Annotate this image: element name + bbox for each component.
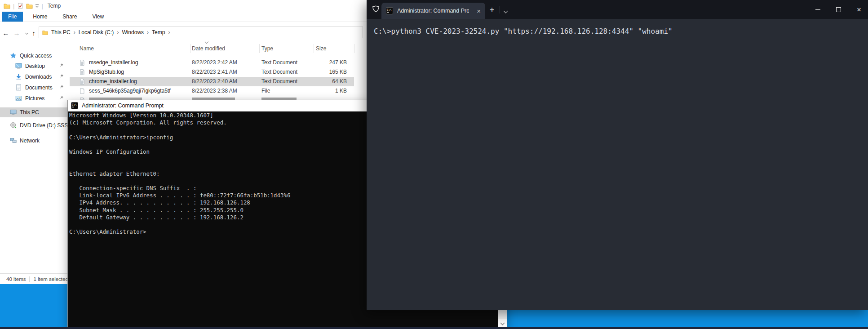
pin-icon[interactable] [59, 95, 64, 100]
dvd-icon [10, 122, 17, 129]
admin-shield-icon [372, 5, 380, 13]
file-date: 8/22/2023 2:40 AM [192, 78, 237, 84]
pin-icon[interactable] [59, 84, 64, 89]
file-type: File [261, 88, 270, 94]
header-divider [354, 44, 354, 53]
table-row[interactable]: MpSigStub.log8/22/2023 2:41 AMText Docum… [70, 67, 354, 77]
breadcrumb-chevron-icon[interactable]: › [117, 29, 119, 36]
cmd-icon: C:\ [386, 7, 393, 14]
properties-icon[interactable] [17, 3, 23, 9]
close-button[interactable]: × [849, 0, 868, 19]
maximize-button[interactable] [828, 0, 849, 19]
minimize-button[interactable] [807, 0, 828, 19]
ribbon-tab-home[interactable]: Home [27, 12, 53, 22]
breadcrumb-segment[interactable]: Windows [122, 29, 144, 36]
documents-icon [15, 84, 22, 91]
tab-dropdown-chevron-icon[interactable] [504, 6, 507, 14]
file-type: Text Document [261, 78, 297, 84]
app-folder-icon [4, 3, 10, 9]
thispc-icon [10, 109, 17, 116]
new-tab-button[interactable]: + [486, 4, 498, 16]
file-date: 8/22/2023 2:38 AM [192, 88, 237, 94]
file-size: 247 KB [311, 59, 347, 66]
tab-close-icon[interactable]: × [477, 8, 481, 14]
pin-icon[interactable] [59, 74, 64, 79]
address-bar[interactable]: This PC›Local Disk (C:)›Windows›Temp› [39, 27, 363, 38]
text-doc-icon [79, 69, 85, 76]
ribbon-tab-share[interactable]: Share [57, 12, 82, 22]
sidebar-item-pictures[interactable]: Pictures [0, 93, 68, 103]
file-type: Text Document [261, 69, 297, 75]
sidebar-item-label: DVD Drive (D:) SSS_ [20, 122, 68, 129]
file-size: 64 KB [311, 78, 347, 84]
up-button[interactable]: ↑ [29, 22, 39, 43]
breadcrumb-chevron-icon[interactable]: › [74, 29, 75, 36]
sidebar-item-documents[interactable]: Documents [0, 83, 68, 93]
terminal-console-output: C:\>python3 CVE-2023-32524.py "https://1… [374, 27, 673, 36]
sidebar-item-network[interactable]: Network [0, 136, 68, 146]
breadcrumb-segment[interactable]: This PC [51, 29, 71, 36]
sidebar-item-label: Documents [25, 84, 53, 91]
tab-bar-divider [500, 6, 500, 13]
breadcrumb-chevron-icon[interactable]: › [147, 29, 149, 36]
file-name: chrome_installer.log [89, 78, 137, 84]
pictures-icon [15, 95, 22, 102]
selection-count: 1 item selected [33, 276, 68, 282]
desktop: | | Temp FileHomeShareView ← → ↑ This PC… [0, 0, 868, 329]
file-size: 1 KB [311, 88, 347, 94]
sidebar-item-label: Network [20, 138, 40, 144]
sidebar-item-dvd-drive-d-sss[interactable]: DVD Drive (D:) SSS_ [0, 120, 68, 130]
terminal-tab-label: Administrator: Command Prompt [397, 8, 469, 14]
table-row[interactable]: msedge_installer.log8/22/2023 2:42 AMTex… [70, 58, 354, 67]
ribbon-tab-file[interactable]: File [2, 12, 23, 22]
sidebar-item-label: Pictures [25, 95, 44, 102]
scroll-down-button[interactable] [498, 319, 507, 328]
sidebar-item-quick-access[interactable]: Quick access [0, 51, 68, 61]
file-name: sess_546k6p35ag9qji7igkp6gta5tf [89, 88, 170, 94]
star-icon [10, 52, 17, 59]
breadcrumb-segment[interactable]: Temp [152, 29, 165, 36]
file-type: Text Document [261, 59, 297, 66]
network-icon [10, 137, 17, 144]
back-button[interactable]: ← [1, 22, 11, 43]
sidebar-item-desktop[interactable]: Desktop [0, 61, 68, 71]
sidebar-item-this-pc[interactable]: This PC [0, 107, 68, 117]
sidebar-item-label: This PC [20, 109, 39, 116]
downloads-icon [15, 73, 22, 80]
text-doc-icon [79, 59, 85, 66]
header-divider [190, 44, 190, 53]
table-row[interactable]: sess_546k6p35ag9qji7igkp6gta5tf8/22/2023… [70, 86, 354, 96]
column-header-date[interactable]: Date modified [192, 45, 225, 52]
table-row[interactable]: chrome_installer.log8/22/2023 2:40 AMTex… [70, 77, 354, 86]
forward-button[interactable]: → [12, 22, 22, 43]
sidebar-item-label: Downloads [25, 74, 52, 80]
cmd-console-output: Microsoft Windows [Version 10.0.20348.16… [69, 112, 290, 236]
header-divider [314, 44, 314, 53]
breadcrumb-chevron-icon[interactable]: › [168, 29, 170, 36]
folder-icon [42, 30, 48, 36]
file-name: MpSigStub.log [89, 69, 124, 75]
navigation-pane: Quick accessDesktopDownloadsDocumentsPic… [0, 43, 68, 274]
terminal-tab[interactable]: C:\ Administrator: Command Prompt × [381, 3, 485, 19]
breadcrumb-segment[interactable]: Local Disk (C:) [79, 29, 114, 36]
file-icon [79, 88, 85, 94]
text-doc-icon [79, 78, 85, 85]
svg-text:C:\: C:\ [387, 8, 392, 11]
desktop-icon [15, 62, 22, 69]
new-folder-icon[interactable] [26, 3, 33, 9]
column-header-type[interactable]: Type [261, 45, 273, 52]
pin-icon[interactable] [59, 63, 64, 68]
column-header-size[interactable]: Size [316, 45, 326, 52]
file-name: msedge_installer.log [89, 59, 138, 66]
cmd-window-title: Administrator: Command Prompt [82, 102, 164, 109]
item-count: 40 items [6, 276, 26, 282]
cmd-icon: C:\ [71, 102, 78, 109]
terminal-titlebar[interactable]: C:\ Administrator: Command Prompt × + × [367, 0, 868, 19]
column-header-name[interactable]: Name [80, 45, 94, 52]
sidebar-item-label: Desktop [25, 63, 45, 69]
sidebar-item-downloads[interactable]: Downloads [0, 72, 68, 82]
qat-chevron-down-icon[interactable] [35, 4, 39, 7]
qat-separator: | [13, 3, 14, 9]
file-date: 8/22/2023 2:41 AM [192, 69, 237, 75]
ribbon-tab-view[interactable]: View [87, 12, 109, 22]
